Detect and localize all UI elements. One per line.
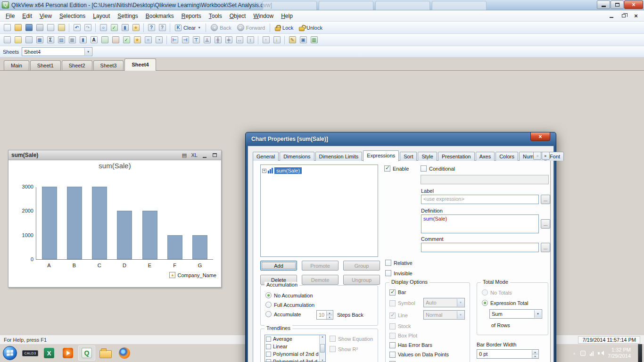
open-folder-button[interactable] [13, 23, 23, 33]
chart-bar[interactable] [67, 187, 82, 259]
mdi-minimize-button[interactable] [607, 12, 616, 19]
dialog-tab-expressions[interactable]: Expressions [363, 150, 399, 161]
dialog-close-button[interactable]: × [530, 132, 550, 141]
clear-button[interactable]: K Clear ▼ [172, 24, 204, 32]
network-icon[interactable] [590, 351, 594, 356]
new-sheet-button[interactable] [13, 35, 23, 45]
chart-bar[interactable] [142, 211, 157, 259]
center-horizontally-button[interactable]: ╫ [213, 35, 223, 45]
no-totals-radio[interactable]: No Totals [482, 289, 512, 296]
invisible-checkbox[interactable]: Invisible [385, 270, 413, 276]
menu-item-bookmarks[interactable]: Bookmarks [142, 11, 178, 21]
new-document-button[interactable] [2, 23, 12, 33]
search-button[interactable]: ○ [98, 23, 108, 33]
close-button[interactable]: × [624, 0, 643, 9]
menu-item-reports[interactable]: Reports [178, 11, 205, 21]
text-object-button[interactable]: A [89, 35, 99, 45]
chevron-down-icon[interactable]: ▼ [84, 48, 91, 55]
display-option-bar[interactable]: Bar [386, 288, 470, 297]
volume-icon[interactable] [598, 351, 603, 356]
chart-bar[interactable] [192, 235, 207, 259]
menu-item-object[interactable]: Object [226, 11, 250, 21]
space-horizontally-button[interactable]: ↔ [234, 35, 245, 45]
copy-object-button[interactable] [2, 35, 12, 45]
spin-down-icon[interactable]: ▼ [326, 315, 332, 319]
dialog-tab-general[interactable]: General [253, 152, 279, 161]
dialog-tab-presentation[interactable]: Presentation [438, 152, 475, 161]
total-mode-combo[interactable]: Sum ▼ [489, 309, 542, 319]
space-vertically-button[interactable]: ↕ [245, 35, 256, 45]
relative-checkbox[interactable]: Relative [385, 260, 413, 266]
align-right-button[interactable]: ⊣ [180, 35, 190, 45]
sheet-tab-sheet2[interactable]: Sheet2 [62, 60, 92, 70]
background-browser-tab[interactable] [432, 1, 487, 10]
conditional-checkbox[interactable]: Conditional [421, 165, 455, 172]
back-button[interactable]: ◄ Back [208, 23, 234, 32]
edit-properties-button[interactable] [56, 23, 66, 33]
chevron-down-icon[interactable]: ▼ [534, 310, 541, 318]
taskbar-firefox-button[interactable] [116, 346, 133, 361]
search-object-button[interactable]: ○ [143, 35, 153, 45]
comment-browse-button[interactable]: ... [541, 243, 550, 252]
background-browser-tab[interactable] [262, 1, 317, 10]
comment-field[interactable] [421, 243, 539, 252]
clock-object-button[interactable]: ◔ [154, 35, 164, 45]
tab-scroll-right-button[interactable]: ► [542, 152, 550, 160]
scroll-up-icon[interactable]: ▲ [169, 272, 175, 278]
dialog-tab-dimension-limits[interactable]: Dimension Limits [315, 152, 363, 161]
minimize-button[interactable] [597, 0, 610, 9]
enable-checkbox[interactable]: Enable [384, 165, 409, 172]
dialog-titlebar[interactable]: Chart Properties [sum(Sale)] × [248, 132, 554, 146]
tray-expand-icon[interactable]: ▲ [572, 351, 576, 355]
sheet-tab-sheet1[interactable]: Sheet1 [30, 60, 61, 70]
menu-item-help[interactable]: Help [277, 11, 297, 21]
line-combo[interactable]: Normal▼ [423, 310, 465, 320]
display-option-box-plot[interactable]: Box Plot [386, 331, 470, 340]
undo-layout-button[interactable]: ↶ [72, 23, 82, 33]
group-button[interactable]: Group [343, 261, 380, 271]
promote-button[interactable]: Promote [302, 261, 339, 271]
window-titlebar[interactable]: Q QlikView x64 Personal Edition - [C:\Us… [0, 0, 644, 10]
chart-maximize-button[interactable] [211, 152, 218, 159]
chart-bar[interactable] [167, 235, 182, 259]
unlock-button[interactable]: Unlock [296, 24, 325, 32]
demote-button[interactable]: Demote [302, 275, 339, 285]
print-preview-button[interactable] [45, 23, 56, 33]
sheet-properties-button[interactable] [24, 35, 34, 45]
dialog-tab-dimensions[interactable]: Dimensions [280, 152, 314, 161]
quick-chart-wizard-button[interactable]: ▮ [120, 23, 130, 33]
help-button[interactable]: ? [146, 23, 157, 33]
print-button[interactable]: ▤ [181, 152, 188, 159]
chart-window[interactable]: sum(Sale) ▤ XL sum(Sale) 0100020003000 A… [8, 150, 222, 288]
dialog-tab-colors[interactable]: Colors [495, 152, 518, 161]
current-selections-button[interactable]: ✓ [109, 23, 119, 33]
export-image-button[interactable]: ▥ [309, 35, 319, 45]
taskbar-excel-button[interactable]: X [41, 346, 58, 361]
definition-browse-button[interactable]: ... [541, 219, 550, 229]
add-button[interactable]: Add [260, 261, 297, 271]
no-accumulation-radio[interactable]: No Accumulation [265, 292, 313, 298]
expander-plus-icon[interactable]: + [262, 169, 266, 173]
button-object-button[interactable] [99, 35, 110, 45]
print-button[interactable] [34, 23, 45, 33]
taskbar-explorer-button[interactable] [97, 346, 114, 361]
format-painter-button[interactable]: ✎ [287, 35, 297, 45]
center-vertically-button[interactable]: ╪ [223, 35, 234, 45]
background-browser-tab[interactable] [375, 1, 430, 10]
expression-total-radio[interactable]: Expression Total [482, 300, 528, 306]
redo-layout-button[interactable]: ↷ [83, 23, 93, 33]
taskbar-clock[interactable]: 1:32 PM 7/29/2014 [608, 347, 634, 359]
chart-caption-bar[interactable]: sum(Sale) ▤ XL [8, 150, 221, 160]
tab-scroll-left-button[interactable]: ◄ [533, 152, 541, 160]
forward-button[interactable]: ► Forward [234, 23, 268, 32]
menu-item-layout[interactable]: Layout [89, 11, 114, 21]
trendline-average[interactable]: Average [265, 335, 319, 343]
send-to-back-button[interactable]: ↓ [272, 35, 282, 45]
background-browser-tab[interactable] [319, 1, 373, 10]
display-option-line[interactable]: LineNormal▼ [386, 309, 470, 321]
bar-chart-object-button[interactable]: ▮ [78, 35, 88, 45]
lock-button[interactable]: Lock [272, 24, 296, 32]
menu-item-file[interactable]: File [2, 11, 18, 21]
sheet-tab-sheet4[interactable]: Sheet4 [124, 58, 156, 71]
dialog-tab-sort[interactable]: Sort [400, 152, 417, 161]
